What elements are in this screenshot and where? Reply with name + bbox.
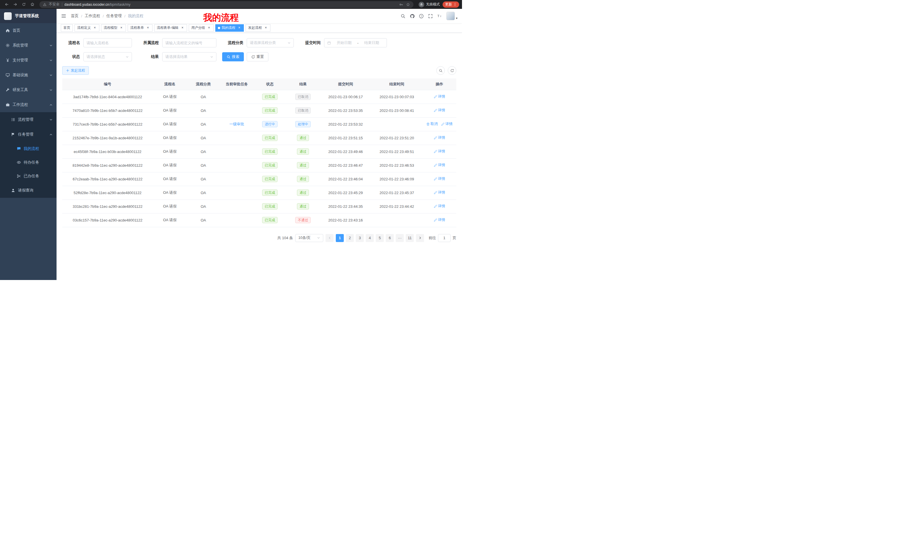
tab-user-group[interactable]: 用户分组× [189, 24, 214, 32]
page-button-11[interactable]: 11 [406, 234, 414, 242]
font-size-icon[interactable]: TT [437, 14, 442, 18]
forward-icon[interactable] [11, 1, 19, 8]
page-button-1[interactable]: 1 [336, 234, 344, 242]
sidebar-item-payment[interactable]: 支付管理 [0, 53, 57, 67]
app-logo[interactable]: 芋道管理系统 [0, 9, 57, 23]
more-pages-button[interactable]: ··· [396, 234, 404, 242]
cell-name: OA 请假 [153, 103, 187, 117]
sidebar-item-leave-query[interactable]: 请假查询 [0, 183, 57, 198]
table-refresh-button[interactable] [448, 66, 456, 75]
url-text[interactable]: dashboard.yudao.iocoder.cn/bpm/task/my [64, 3, 397, 7]
fullscreen-icon[interactable] [428, 14, 433, 18]
cell-name: OA 请假 [153, 145, 187, 159]
home-icon[interactable] [28, 1, 36, 8]
sidebar-item-home[interactable]: 首页 [0, 23, 57, 38]
sidebar-item-system[interactable]: 系统管理 [0, 38, 57, 53]
cell-category: OA [187, 103, 220, 117]
tab-process-definition[interactable]: 流程定义× [75, 24, 99, 32]
caret-down-icon: ▾ [456, 16, 458, 20]
category-placeholder: 请选择流程分类 [250, 40, 276, 45]
page-button-6[interactable]: 6 [386, 234, 394, 242]
status-tag: 已完成 [262, 148, 278, 155]
sidebar-item-workflow[interactable]: 工作流程 [0, 97, 57, 112]
sidebar-item-process-management[interactable]: 流程管理 [0, 112, 57, 127]
security-label[interactable]: 不安全 [49, 2, 60, 7]
sidebar-item-my-process[interactable]: 我的流程 [0, 142, 57, 156]
chevron-down-icon [50, 73, 52, 77]
detail-button[interactable]: 详情 [434, 190, 445, 195]
sidebar-item-todo-tasks[interactable]: 待办任务 [0, 156, 57, 169]
tab-close-icon[interactable]: × [93, 26, 97, 30]
tab-close-icon[interactable]: × [237, 26, 241, 30]
tab-close-icon[interactable]: × [264, 26, 268, 30]
status-select[interactable]: 请选择状态 [83, 52, 132, 61]
goto-page-input[interactable] [438, 234, 451, 242]
prev-page-button[interactable] [326, 234, 333, 242]
tab-close-icon[interactable]: × [180, 26, 184, 30]
detail-button[interactable]: 详情 [434, 108, 445, 113]
start-process-button[interactable]: 发起流程 [62, 66, 89, 75]
sidebar-item-done-tasks[interactable]: 已办任务 [0, 169, 57, 183]
incognito-badge[interactable]: 无痕模式 [418, 2, 440, 7]
cell-category: OA [187, 159, 220, 172]
tab-close-icon[interactable]: × [146, 26, 150, 30]
tab-close-icon[interactable]: × [207, 26, 211, 30]
task-link[interactable]: 一级审批 [229, 122, 244, 126]
tab-start-process[interactable]: 发起流程× [246, 24, 270, 32]
breadcrumb-item[interactable]: 任务管理 [106, 13, 122, 18]
tab-process-form[interactable]: 流程表单× [128, 24, 153, 32]
date-range-picker[interactable]: 开始日期 - 结束日期 [324, 38, 387, 47]
result-tag: 通过 [297, 190, 309, 196]
result-select[interactable]: 请选择流结果 [162, 52, 216, 61]
update-button[interactable]: 更新 [442, 1, 459, 8]
page-button-4[interactable]: 4 [366, 234, 374, 242]
tab-my-process[interactable]: 我的流程× [215, 24, 244, 32]
breadcrumb-item[interactable]: 首页 [71, 13, 78, 18]
sidebar-item-task-management[interactable]: 任务管理 [0, 127, 57, 142]
detail-button[interactable]: 详情 [441, 121, 453, 126]
bookmark-star-icon[interactable] [406, 3, 410, 7]
cell-current-task [220, 172, 254, 186]
address-bar[interactable]: 不安全 dashboard.yudao.iocoder.cn/bpm/task/… [39, 1, 414, 8]
process-id-input[interactable] [165, 41, 213, 45]
user-menu[interactable]: ▾ [446, 12, 458, 20]
reset-button[interactable]: 重置 [247, 52, 268, 61]
reload-icon[interactable] [20, 1, 27, 8]
chevron-down-icon [50, 118, 52, 121]
page-button-2[interactable]: 2 [346, 234, 354, 242]
tab-close-icon[interactable]: × [119, 26, 123, 30]
cell-submit-time: 2022-01-22 23:43:16 [320, 213, 371, 227]
search-button[interactable]: 搜索 [222, 52, 244, 61]
help-icon[interactable]: ? [419, 14, 424, 18]
cancel-button[interactable]: 取消 [426, 121, 438, 126]
sidebar-item-dev-tools[interactable]: 研发工具 [0, 82, 57, 97]
detail-button[interactable]: 详情 [434, 204, 445, 209]
chevron-down-icon [210, 55, 213, 58]
page-button-5[interactable]: 5 [376, 234, 384, 242]
sidebar-item-infrastructure[interactable]: 基础设施 [0, 67, 57, 82]
detail-button[interactable]: 详情 [434, 149, 445, 154]
detail-button[interactable]: 详情 [434, 94, 445, 99]
app-title: 芋道管理系统 [15, 13, 39, 18]
breadcrumb-item[interactable]: 工作流程 [85, 13, 100, 18]
search-icon[interactable] [400, 14, 405, 18]
tab-home[interactable]: 首页 [61, 24, 73, 32]
table-search-button[interactable] [436, 66, 445, 75]
category-select[interactable]: 请选择流程分类 [247, 38, 294, 47]
process-name-input[interactable] [87, 41, 129, 45]
page-button-3[interactable]: 3 [356, 234, 364, 242]
back-icon[interactable] [3, 1, 10, 8]
hamburger-icon[interactable] [61, 13, 66, 18]
page-size-select[interactable]: 10条/页 [295, 234, 323, 242]
github-icon[interactable] [410, 14, 415, 18]
detail-button[interactable]: 详情 [434, 163, 445, 168]
tab-process-model[interactable]: 流程模型× [101, 24, 126, 32]
tab-process-form-edit[interactable]: 流程表单-编辑× [154, 24, 187, 32]
detail-button[interactable]: 详情 [434, 135, 445, 140]
detail-button[interactable]: 详情 [434, 217, 445, 222]
result-tag: 已取消 [295, 94, 310, 100]
next-page-button[interactable] [416, 234, 424, 242]
cell-id: 52ffd28e-7b9a-11ec-a290-acde48001122 [62, 186, 153, 199]
password-key-icon[interactable] [399, 3, 403, 7]
detail-button[interactable]: 详情 [434, 177, 445, 181]
